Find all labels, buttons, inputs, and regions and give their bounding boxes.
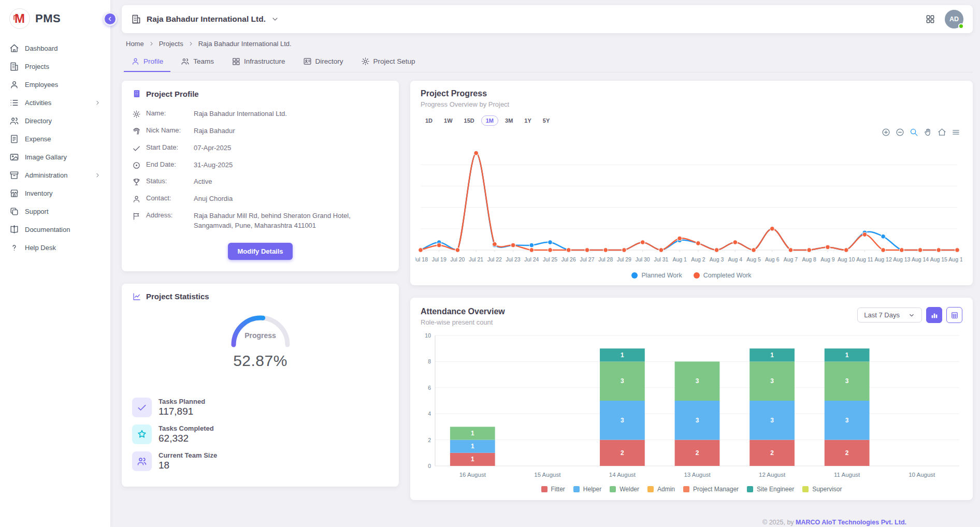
svg-text:Aug 16: Aug 16	[948, 256, 962, 262]
line-chart-container[interactable]: Jul 18Jul 19Jul 20Jul 21Jul 22Jul 23Jul …	[410, 136, 973, 271]
stat-tasks-planned: Tasks Planned 117,891	[132, 398, 388, 417]
sidebar-item-administration[interactable]: Administration	[0, 166, 110, 184]
zoom-out-icon[interactable]	[896, 128, 904, 137]
breadcrumb-home[interactable]: Home	[126, 40, 144, 48]
store-icon	[9, 188, 19, 198]
app-logo[interactable]: M PMS	[0, 0, 110, 39]
avatar-initials: AD	[949, 16, 959, 23]
sidebar-item-image-gallery[interactable]: Image Gallary	[0, 148, 110, 166]
sidebar-item-inventory[interactable]: Inventory	[0, 184, 110, 202]
sidebar-item-projects[interactable]: Projects	[0, 57, 110, 76]
range-15d[interactable]: 15D	[459, 115, 479, 126]
svg-text:Jul 24: Jul 24	[524, 256, 539, 262]
stat-rows: Tasks Planned 117,891 Tasks Completed 62…	[132, 398, 388, 471]
building-icon	[9, 62, 19, 71]
trophy-icon	[132, 178, 141, 186]
user-avatar[interactable]: AD	[945, 10, 963, 28]
svg-text:Jul 31: Jul 31	[654, 256, 668, 262]
svg-text:2: 2	[770, 449, 774, 457]
legend-welder[interactable]: Welder	[610, 486, 639, 493]
range-1m[interactable]: 1M	[481, 115, 498, 126]
tab-infrastructure[interactable]: Infrastructure	[224, 53, 293, 72]
star-icon	[137, 429, 147, 440]
svg-text:6: 6	[428, 385, 431, 391]
home-reset-icon[interactable]	[938, 128, 946, 137]
modify-details-button[interactable]: Modify Details	[228, 243, 292, 260]
apps-grid-icon[interactable]	[925, 14, 935, 24]
legend-completed-work[interactable]: Completed Work	[694, 272, 752, 279]
svg-text:15 August: 15 August	[534, 472, 561, 478]
legend-project-manager[interactable]: Project Manager	[683, 486, 739, 493]
tab-teams[interactable]: Teams	[174, 53, 221, 72]
sidebar-item-documentation[interactable]: Documentation	[0, 221, 110, 239]
svg-text:Jul 30: Jul 30	[636, 256, 650, 262]
sidebar-item-employees[interactable]: Employees	[0, 76, 110, 94]
tab-directory[interactable]: Directory	[296, 53, 351, 72]
legend-fitter[interactable]: Fitter	[541, 486, 565, 493]
bar-chart-legend: Fitter Helper Welder Admin Project Manag…	[410, 484, 973, 500]
chart-title: Attendance Overview	[421, 307, 505, 316]
pan-icon[interactable]	[924, 128, 932, 137]
svg-text:Aug 15: Aug 15	[930, 256, 947, 262]
svg-text:Jul 25: Jul 25	[543, 256, 557, 262]
sidebar-collapse-button[interactable]	[103, 12, 117, 26]
svg-text:Jul 23: Jul 23	[506, 256, 521, 262]
svg-text:Jul 26: Jul 26	[561, 256, 576, 262]
stat-team-size: Current Team Size 18	[132, 451, 388, 471]
range-1d[interactable]: 1D	[421, 115, 437, 126]
svg-text:Aug 7: Aug 7	[784, 256, 798, 262]
chevron-right-icon	[94, 99, 101, 106]
svg-text:13 August: 13 August	[684, 472, 711, 478]
legend-site-engineer[interactable]: Site Engineer	[747, 486, 794, 493]
zoom-in-icon[interactable]	[882, 128, 890, 137]
left-column: Project Profile Name: Raja Bahadur Inter…	[122, 81, 399, 487]
range-3m[interactable]: 3M	[500, 115, 517, 126]
sidebar-item-expense[interactable]: Expense	[0, 130, 110, 148]
svg-text:0: 0	[428, 463, 431, 469]
sidebar-item-label: Directory	[25, 117, 52, 125]
date-range-dropdown[interactable]: Last 7 Days	[857, 308, 922, 323]
grid-icon	[232, 57, 240, 66]
selection-zoom-icon[interactable]	[910, 128, 918, 137]
gear-icon	[132, 110, 141, 119]
receipt-icon	[9, 134, 19, 144]
svg-text:Aug 8: Aug 8	[802, 256, 816, 262]
image-icon	[9, 152, 19, 162]
bar-view-button[interactable]	[926, 307, 942, 323]
sidebar-item-label: Help Desk	[25, 244, 56, 252]
sidebar-item-help-desk[interactable]: Help Desk	[0, 239, 110, 257]
svg-text:Aug 12: Aug 12	[874, 256, 891, 262]
bar-chart-container[interactable]: 024681011116 August15 August233114 Augus…	[410, 326, 973, 484]
range-5y[interactable]: 5Y	[538, 115, 554, 126]
footer-company-link[interactable]: MARCO AIoT Technologies Pvt. Ltd.	[796, 519, 906, 526]
attendance-overview-card: Attendance Overview Role-wise present co…	[410, 298, 973, 500]
legend-helper[interactable]: Helper	[573, 486, 601, 493]
legend-planned-work[interactable]: Planned Work	[631, 272, 682, 279]
range-1w[interactable]: 1W	[439, 115, 457, 126]
tab-project-setup[interactable]: Project Setup	[354, 53, 423, 72]
tab-profile[interactable]: Profile	[124, 53, 170, 72]
sidebar-item-support[interactable]: Support	[0, 202, 110, 221]
sidebar-item-label: Inventory	[25, 189, 52, 197]
sidebar-item-activities[interactable]: Activities	[0, 94, 110, 112]
table-view-button[interactable]	[946, 307, 962, 323]
online-status-dot	[958, 23, 964, 29]
svg-text:12 August: 12 August	[759, 472, 786, 478]
svg-text:2: 2	[696, 449, 699, 457]
person-icon	[132, 195, 141, 203]
range-1y[interactable]: 1Y	[520, 115, 536, 126]
breadcrumb-projects[interactable]: Projects	[159, 40, 183, 48]
field-end-date: End Date: 31-Aug-2025	[132, 157, 388, 174]
sidebar-item-dashboard[interactable]: Dashboard	[0, 39, 110, 57]
menu-icon[interactable]	[952, 128, 960, 137]
company-selector[interactable]: Raja Bahadur International Ltd.	[131, 14, 279, 24]
legend-supervisor[interactable]: Supervisor	[802, 486, 842, 493]
sidebar-item-directory[interactable]: Directory	[0, 112, 110, 130]
sidebar-item-label: Image Gallary	[25, 153, 67, 161]
legend-admin[interactable]: Admin	[647, 486, 675, 493]
building-icon	[131, 14, 141, 24]
svg-text:3: 3	[770, 377, 774, 385]
chevron-left-icon	[107, 16, 113, 22]
svg-text:Jul 20: Jul 20	[450, 256, 465, 262]
svg-text:Jul 22: Jul 22	[487, 256, 502, 262]
